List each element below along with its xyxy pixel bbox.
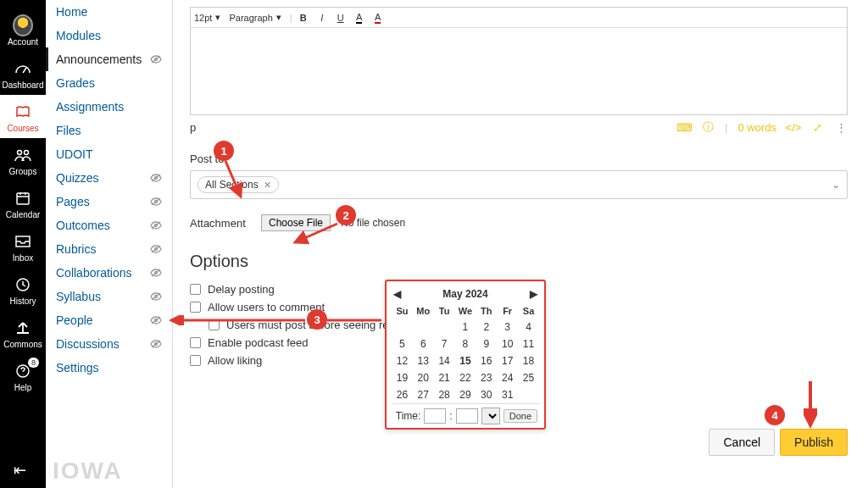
nav-courses[interactable]: Courses — [0, 95, 46, 138]
date-cell[interactable]: 1 — [455, 319, 476, 336]
time-ampm-select[interactable] — [481, 408, 500, 424]
date-cell[interactable]: 7 — [434, 336, 455, 352]
element-path[interactable]: p — [190, 121, 196, 134]
must-post-checkbox[interactable] — [209, 319, 220, 330]
section-chip[interactable]: All Sections ✕ — [198, 176, 279, 193]
course-nav-udoit[interactable]: UDOIT — [46, 142, 172, 166]
next-month-icon[interactable]: ▶ — [530, 288, 537, 300]
callout-2: 2 — [336, 205, 356, 225]
date-cell[interactable]: 23 — [476, 369, 497, 386]
rich-editor[interactable]: 12pt ▾ Paragraph ▾ | B I U A A — [190, 7, 848, 115]
nav-commons[interactable]: Commons — [0, 311, 46, 354]
prev-month-icon[interactable]: ◀ — [393, 288, 401, 300]
post-to-field[interactable]: All Sections ✕ ⌄ — [190, 170, 848, 199]
date-cell[interactable]: 30 — [476, 386, 497, 403]
cn-label: Files — [56, 124, 81, 137]
date-cell[interactable]: 31 — [497, 386, 518, 403]
date-cell[interactable]: 12 — [392, 352, 413, 369]
text-color-icon[interactable]: A — [352, 9, 367, 26]
cn-label: Grades — [56, 76, 95, 90]
time-hour-input[interactable] — [424, 408, 446, 424]
course-nav-modules[interactable]: Modules — [46, 24, 172, 47]
date-cell[interactable]: 19 — [392, 369, 413, 386]
cancel-button[interactable]: Cancel — [709, 429, 775, 456]
date-cell[interactable]: 25 — [518, 369, 539, 386]
nav-inbox[interactable]: Inbox — [0, 225, 46, 268]
date-cell[interactable]: 26 — [392, 386, 413, 403]
nav-groups[interactable]: Groups — [0, 138, 46, 181]
course-nav-quizzes[interactable]: Quizzes — [46, 166, 172, 190]
date-cell[interactable]: 16 — [476, 352, 497, 369]
date-cell[interactable]: 4 — [518, 319, 539, 336]
date-cell[interactable]: 29 — [455, 386, 476, 403]
chevron-down-icon[interactable]: ▾ — [215, 12, 220, 23]
delay-posting-checkbox[interactable] — [190, 284, 201, 295]
date-cell[interactable]: 3 — [497, 319, 518, 336]
nav-label: History — [9, 297, 36, 306]
date-cell[interactable]: 10 — [497, 336, 518, 352]
allow-comment-checkbox[interactable] — [190, 302, 201, 313]
date-cell[interactable]: 20 — [413, 369, 434, 386]
course-nav-syllabus[interactable]: Syllabus — [46, 285, 172, 308]
highlight-icon[interactable]: A — [370, 9, 386, 26]
time-minute-input[interactable] — [456, 408, 478, 424]
allow-liking-checkbox[interactable] — [190, 355, 201, 366]
date-cell[interactable]: 8 — [455, 336, 476, 352]
course-nav-grades[interactable]: Grades — [46, 71, 172, 95]
underline-icon[interactable]: U — [333, 9, 348, 26]
accessibility-icon[interactable]: ⓘ — [701, 120, 715, 134]
date-cell[interactable]: 17 — [497, 352, 518, 369]
date-cell[interactable]: 27 — [413, 386, 434, 403]
course-nav-pages[interactable]: Pages — [46, 190, 172, 214]
course-nav-collaborations[interactable]: Collaborations — [46, 261, 172, 285]
course-nav-files[interactable]: Files — [46, 119, 172, 142]
nav-account[interactable]: Account — [0, 8, 46, 52]
date-cell[interactable]: 13 — [413, 352, 434, 369]
date-cell[interactable]: 9 — [476, 336, 497, 352]
nav-calendar[interactable]: Calendar — [0, 181, 46, 225]
chevron-down-icon[interactable]: ⌄ — [832, 179, 840, 191]
bold-icon[interactable]: B — [296, 9, 311, 26]
date-cell[interactable]: 18 — [518, 352, 539, 369]
fullscreen-icon[interactable]: ⤢ — [810, 120, 824, 134]
course-nav-people[interactable]: People — [46, 308, 172, 332]
choose-file-button[interactable]: Choose File — [261, 214, 331, 231]
course-nav-discussions[interactable]: Discussions — [46, 332, 172, 356]
date-cell[interactable]: 15 — [455, 352, 476, 369]
date-cell[interactable]: 2 — [476, 319, 497, 336]
date-cell[interactable]: 24 — [497, 369, 518, 386]
course-nav-announcements[interactable]: Announcements — [46, 47, 172, 71]
html-view-icon[interactable]: </> — [787, 120, 800, 134]
date-cell[interactable]: 28 — [434, 386, 455, 403]
date-cell[interactable]: 5 — [392, 336, 413, 352]
nav-history[interactable]: History — [0, 268, 46, 311]
date-cell[interactable]: 11 — [518, 336, 539, 352]
word-count[interactable]: 0 words — [737, 121, 776, 134]
collapse-nav-icon[interactable]: ⇤ — [14, 461, 26, 480]
date-cell[interactable]: 22 — [455, 369, 476, 386]
more-icon[interactable]: ⋮ — [834, 120, 848, 134]
date-cell[interactable]: 21 — [434, 369, 455, 386]
date-cell[interactable]: 6 — [413, 336, 434, 352]
course-nav-home[interactable]: Home — [46, 0, 172, 24]
course-nav-outcomes[interactable]: Outcomes — [46, 214, 172, 237]
paragraph-style-select[interactable]: Paragraph — [229, 13, 272, 23]
date-cell — [518, 386, 539, 403]
nav-help[interactable]: Help8 — [0, 354, 46, 397]
font-size-select[interactable]: 12pt — [194, 13, 212, 23]
done-button[interactable]: Done — [504, 409, 537, 423]
chip-remove-icon[interactable]: ✕ — [264, 180, 271, 191]
date-cell[interactable]: 14 — [434, 352, 455, 369]
nav-dashboard[interactable]: Dashboard — [0, 52, 46, 95]
keyboard-icon[interactable]: ⌨ — [677, 120, 691, 134]
course-nav-rubrics[interactable]: Rubrics — [46, 237, 172, 261]
editor-toolbar: 12pt ▾ Paragraph ▾ | B I U A A — [191, 8, 847, 28]
publish-button[interactable]: Publish — [780, 429, 848, 456]
italic-icon[interactable]: I — [314, 9, 330, 26]
chevron-down-icon[interactable]: ▾ — [276, 12, 281, 23]
podcast-label: Enable podcast feed — [208, 336, 309, 349]
course-nav-assignments[interactable]: Assignments — [46, 95, 172, 119]
course-nav-settings[interactable]: Settings — [46, 356, 172, 380]
history-icon — [13, 274, 33, 295]
podcast-checkbox[interactable] — [190, 337, 201, 348]
